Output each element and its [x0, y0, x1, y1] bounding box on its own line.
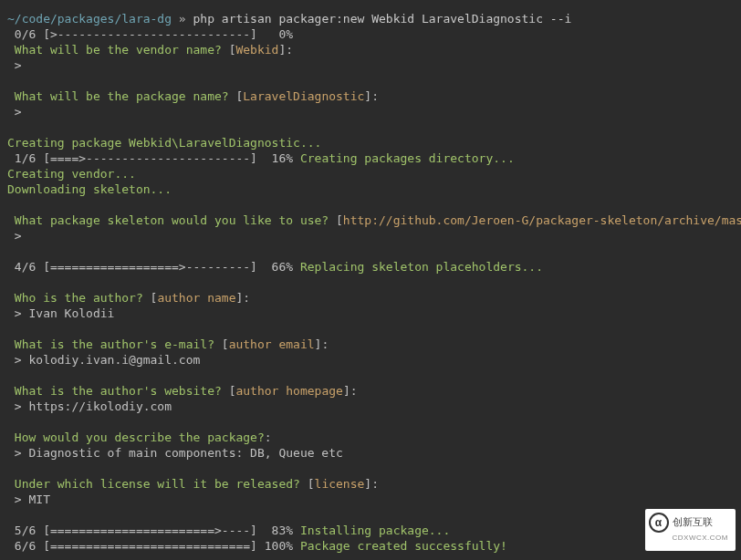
cwd-path: ~/code/packages/lara-dg [7, 12, 172, 26]
q-describe: How would you describe the package?: [7, 430, 734, 445]
q-package: What will be the package name? [LaravelD… [7, 88, 734, 104]
watermark-logo-icon: α [649, 513, 669, 533]
blank [7, 461, 734, 476]
creating-vendor: Creating vendor... [7, 166, 734, 181]
a-package: > [7, 104, 734, 119]
command: php artisan packager:new Webkid LaravelD… [193, 12, 572, 26]
prompt-sep: » [172, 12, 193, 26]
downloading-skeleton: Downloading skeleton... [7, 181, 734, 197]
progress-0: 0/6 [>---------------------------] 0% [7, 26, 734, 42]
blank [7, 507, 734, 523]
blank [7, 275, 734, 290]
a-license: > MIT [7, 492, 734, 507]
prompt-line: ~/code/packages/lara-dg » php artisan pa… [7, 11, 734, 26]
a-website: > https://ikolodiy.com [7, 399, 734, 414]
q-email: What is the author's e-mail? [author ema… [7, 337, 734, 352]
progress-6: 6/6 [============================] 100% … [7, 538, 734, 554]
progress-4: 4/6 [==================>---------] 66% R… [7, 259, 734, 275]
blank [7, 414, 734, 430]
q-license: Under which license will it be released?… [7, 476, 734, 492]
blank [7, 368, 734, 383]
progress-1: 1/6 [====>-----------------------] 16% C… [7, 150, 734, 166]
blank [7, 73, 734, 88]
a-author: > Ivan Kolodii [7, 306, 734, 321]
a-vendor: > [7, 57, 734, 73]
a-skeleton: > [7, 228, 734, 244]
blank [7, 119, 734, 135]
blank [7, 244, 734, 259]
a-email: > kolodiy.ivan.i@gmail.com [7, 352, 734, 368]
q-vendor: What will be the vendor name? [Webkid]: [7, 42, 734, 57]
q-skeleton: What package skeleton would you like to … [7, 213, 734, 228]
blank [7, 321, 734, 337]
terminal[interactable]: ~/code/packages/lara-dg » php artisan pa… [7, 11, 734, 554]
watermark-sub: CDXWCX.COM [673, 530, 728, 545]
progress-5: 5/6 [=======================>----] 83% I… [7, 523, 734, 538]
a-describe: > Diagnostic of main components: DB, Que… [7, 445, 734, 461]
blank [7, 197, 734, 213]
q-website: What is the author's website? [author ho… [7, 383, 734, 399]
watermark: α 创新互联 CDXWCX.COM [645, 509, 736, 551]
q-author: Who is the author? [author name]: [7, 290, 734, 306]
creating-package: Creating package Webkid\LaravelDiagnosti… [7, 135, 734, 150]
watermark-main: 创新互联 [673, 516, 713, 527]
